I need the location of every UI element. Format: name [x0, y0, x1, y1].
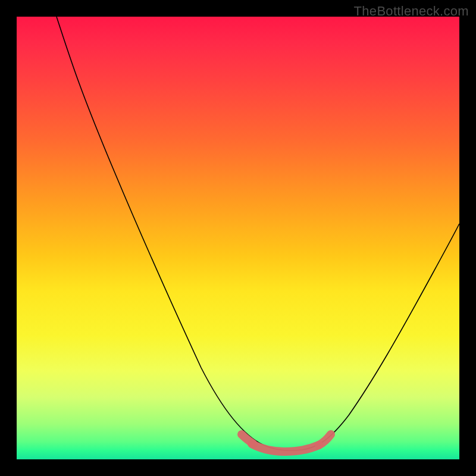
watermark-text: TheBottleneck.com [354, 4, 469, 19]
chart-svg [17, 17, 459, 459]
bottleneck-curve [57, 17, 459, 450]
optimal-zone-marker [252, 444, 319, 452]
optimal-zone-marker-right [319, 434, 331, 445]
plot-area [17, 17, 459, 459]
chart-frame: TheBottleneck.com [0, 0, 476, 476]
optimal-zone-marker-left [242, 434, 253, 444]
